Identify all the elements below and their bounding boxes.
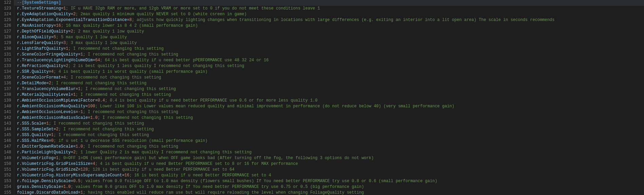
line-number: 123 <box>0 6 14 12</box>
line-number: 135 <box>0 75 14 81</box>
equals-sign: = <box>71 92 73 98</box>
setting-comment: ; I recommend not changing this setting <box>58 127 154 132</box>
setting-value: -1 <box>78 109 83 115</box>
line: 141r.AmbientOcclusionLevels=-1 ; I recom… <box>0 109 644 115</box>
setting-comment: ; values from 0.0 foliage OFF to 1.0 max… <box>80 178 437 184</box>
line-content: r.BloomQuality=5 ; 5 max quality 1 low q… <box>17 35 644 40</box>
setting-key: r.BloomQuality <box>17 35 51 40</box>
setting-value: 1 <box>73 92 76 98</box>
line: 125r.EyeAdaptation.ExponentialTransition… <box>0 17 644 23</box>
line-content: r.TranslucencyLightingVolumeDim=64 ; 64 … <box>17 58 644 63</box>
line-number: 146 <box>0 138 14 144</box>
line: 137r.TranslucencyVolumeBlur=1 ; I recomm… <box>0 86 644 92</box>
line: 154grass.DensityScale=1.0 ; values from … <box>0 184 644 190</box>
line-number: 152 <box>0 173 14 178</box>
equals-sign: = <box>86 104 88 109</box>
setting-key: foliage.DiscardDataOnLoad <box>17 190 78 195</box>
setting-key: r.SSS.Scale <box>17 121 44 127</box>
line-content: r.VolumetricFog=1 ; 0=OFF 1=ON (semi per… <box>17 155 644 161</box>
setting-value: 100 <box>88 104 95 109</box>
line-content: r.AmbientOcclusionMaxQuality=100 ; Lower… <box>17 104 644 109</box>
setting-key: r.AmbientOcclusionLevels <box>17 109 76 115</box>
line: 151r.VolumetricFog.GridSizeZ=128 ; 128 i… <box>0 167 644 173</box>
section-header: [SystemSettings] <box>22 0 61 6</box>
equals-sign: = <box>46 81 49 86</box>
setting-comment: ; I recommend not changing this setting <box>83 52 178 58</box>
line-number: 154 <box>0 184 14 190</box>
line-content: r.SSS.HalfRes=0 ; if u set 1 u decrease … <box>17 138 644 144</box>
equals-sign: = <box>54 127 56 132</box>
setting-comment: ; Lower like 100 is Lower values mean re… <box>95 104 454 109</box>
line-content: r.MaxAnisotropy=16 ; 16 max quality lowe… <box>17 23 644 29</box>
equals-sign: = <box>78 167 80 173</box>
setting-value: 1 <box>78 86 80 92</box>
setting-value: 2 <box>73 12 76 17</box>
setting-key: r.AmbientOcclusionMaxQuality <box>17 104 86 109</box>
setting-key: r.SSS.Quality <box>17 132 49 138</box>
line-number: 124 <box>0 12 14 17</box>
setting-value: 1.0 <box>76 144 83 150</box>
equals-sign: = <box>93 58 95 63</box>
setting-value: 3 <box>63 40 66 46</box>
line-number: 153 <box>0 178 14 184</box>
line: 144r.SSS.SampleSet=2 ; I recommend not c… <box>0 127 644 132</box>
setting-comment: ; 128 is best quality if u need Better P… <box>88 167 234 173</box>
equals-sign: = <box>88 115 90 121</box>
setting-comment: ; 4 is best quality if u need Better PER… <box>95 161 298 167</box>
line: 146r.SSS.HalfRes=0 ; if u set 1 u decrea… <box>0 138 644 144</box>
line: 145r.SSS.Quality=1 ; I recommend not cha… <box>0 132 644 138</box>
setting-key: r.MaterialQualityLevel <box>17 92 71 98</box>
setting-value: 1.0 <box>90 115 98 121</box>
line-number: 155 <box>0 190 14 195</box>
setting-key: r.EmitterSpawnRateScale <box>17 144 73 150</box>
line-content: r.RefractionQuality=2 ; 2 is best qualit… <box>17 63 644 69</box>
setting-key: r.SSS.SampleSet <box>17 127 54 132</box>
line: 155foliage.DiscardDataOnLoad=1 ; having … <box>0 190 644 195</box>
setting-value: 2 <box>56 127 58 132</box>
setting-comment: ; I recommend not changing this setting <box>76 92 171 98</box>
setting-key: r.ParticleLightQuality <box>17 150 71 155</box>
equals-sign: = <box>61 6 63 12</box>
setting-comment: ; 1 lower Quality 2 is max quality I rec… <box>76 150 251 155</box>
equals-sign: = <box>61 184 63 190</box>
line: 148r.ParticleLightQuality=2 ; 1 lower Qu… <box>0 150 644 155</box>
line: 152r.VolumetricFog.HistoryMissSupersampl… <box>0 173 644 178</box>
line-content: --[SystemSettings] <box>17 0 644 6</box>
line: 132r.TranslucencyLightingVolumeDim=64 ; … <box>0 58 644 63</box>
setting-comment: ; 5 max quality 1 low quality <box>56 35 127 40</box>
setting-value: 2 <box>49 81 51 86</box>
line: 131r.SceneColorFringeQuality=1 ; I recom… <box>0 52 644 58</box>
line: 134r.SSR.Quality=4 ; 4 is best quality 1… <box>0 69 644 75</box>
indent-marker: -- <box>17 0 22 6</box>
equals-sign: = <box>71 150 73 155</box>
line-number: 132 <box>0 58 14 63</box>
equals-sign: = <box>95 98 97 104</box>
setting-comment: ; I recommend not changing this setting <box>66 75 161 81</box>
line-content: r.VolumetricFog.GridSizeZ=128 ; 128 is b… <box>17 167 644 173</box>
equals-sign: = <box>61 40 63 46</box>
line-content: r.SSS.SampleSet=2 ; I recommend not chan… <box>17 127 644 132</box>
code-editor: 122--[SystemSettings]123r.TextureStreami… <box>0 0 644 195</box>
equals-sign: = <box>76 109 78 115</box>
setting-value: 128 <box>80 167 88 173</box>
equals-sign: = <box>71 178 73 184</box>
line: 142r.AmbientOcclusionRadiusScale=1.0 ; I… <box>0 115 644 121</box>
equals-sign: = <box>122 173 125 178</box>
line-content: r.DetailMode=2 ; I recommend not changin… <box>17 81 644 86</box>
setting-key: r.DepthOfFieldQuality <box>17 29 68 35</box>
line-number: 141 <box>0 109 14 115</box>
line-content: r.ParticleLightQuality=2 ; 1 lower Quali… <box>17 150 644 155</box>
line-number: 144 <box>0 127 14 132</box>
setting-value: 8 <box>129 17 132 23</box>
line: 133r.RefractionQuality=2 ; 2 is best qua… <box>0 63 644 69</box>
equals-sign: = <box>54 155 56 161</box>
setting-value: 1 <box>66 46 68 52</box>
line: 123r.TextureStreaming=1 ; IF u HAVE 32gb… <box>0 6 644 12</box>
setting-key: grass.DensityScale <box>17 184 61 190</box>
setting-key: r.MaxAnisotropy <box>17 23 54 29</box>
line-number: 139 <box>0 98 14 104</box>
equals-sign: = <box>44 121 46 127</box>
setting-value: 1 <box>80 190 83 195</box>
setting-comment: ; if u set 1 u decrease SSS resolution (… <box>54 138 208 144</box>
setting-key: r.TextureStreaming <box>17 6 61 12</box>
